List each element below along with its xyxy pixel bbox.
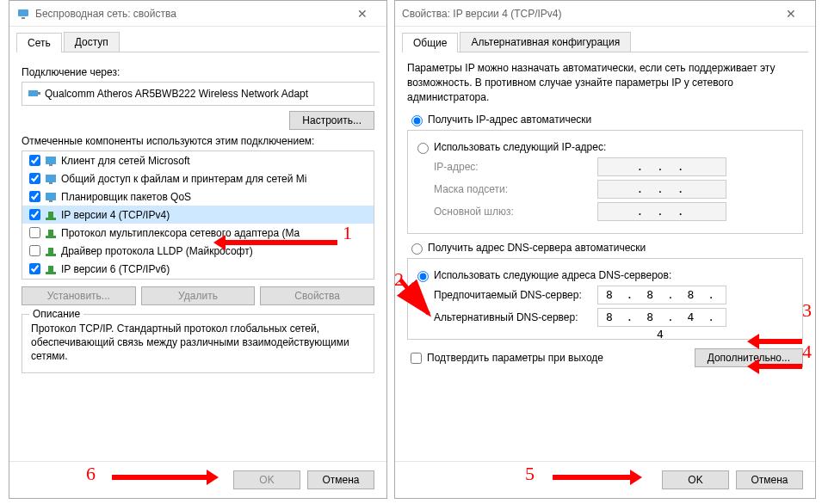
description-text: Протокол TCP/IP. Стандартный протокол гл…: [31, 322, 365, 364]
ip-address-label: IP-адрес:: [434, 161, 597, 173]
svg-rect-17: [48, 266, 53, 272]
component-row[interactable]: Драйвер протокола LLDP (Майкрософт): [22, 242, 374, 260]
remove-button[interactable]: Удалить: [141, 286, 256, 305]
component-label: Клиент для сетей Microsoft: [61, 155, 190, 167]
dns-manual-group: Использовать следующие адреса DNS-сервер…: [407, 258, 803, 340]
ip-manual-group: Использовать следующий IP-адрес: IP-адре…: [407, 130, 803, 234]
gateway-field: . . .: [597, 202, 726, 221]
network-adapter-icon: [16, 7, 30, 21]
window-title: Беспроводная сеть: свойства: [35, 8, 345, 20]
adapter-name: Qualcomm Atheros AR5BWB222 Wireless Netw…: [45, 88, 308, 100]
proto-icon: [44, 226, 58, 240]
proto-icon: [44, 244, 58, 258]
svg-rect-16: [46, 272, 56, 274]
dns-manual-radio[interactable]: [417, 271, 429, 282]
svg-rect-7: [49, 182, 53, 184]
ipv4-properties-window: Свойства: IP версии 4 (TCP/IPv4) ✕ Общие…: [394, 0, 816, 499]
ip-address-field: . . .: [597, 157, 726, 176]
ip-auto-label: Получить IP-адрес автоматически: [428, 114, 591, 126]
alt-dns-label: Альтернативный DNS-сервер:: [434, 311, 597, 323]
tab-strip: Общие Альтернативная конфигурация: [402, 32, 808, 52]
properties-button[interactable]: Свойства: [260, 286, 374, 305]
svg-rect-12: [46, 236, 56, 238]
component-row[interactable]: Общий доступ к файлам и принтерам для се…: [22, 169, 374, 187]
subnet-mask-label: Маска подсети:: [434, 183, 597, 195]
validate-label: Подтвердить параметры при выходе: [427, 352, 603, 364]
info-text: Параметры IP можно назначать автоматичес…: [407, 61, 803, 104]
component-checkbox[interactable]: [29, 263, 40, 274]
network-properties-window: Беспроводная сеть: свойства ✕ Сеть Досту…: [9, 0, 387, 499]
pref-dns-field[interactable]: 8 . 8 . 8 . 8: [597, 286, 726, 304]
ip-manual-radio[interactable]: [417, 143, 429, 154]
component-checkbox[interactable]: [29, 209, 40, 220]
pref-dns-label: Предпочитаемый DNS-сервер:: [434, 289, 597, 301]
client-icon: [44, 154, 58, 168]
svg-rect-8: [46, 193, 56, 200]
validate-checkbox[interactable]: [411, 353, 422, 364]
alt-dns-field[interactable]: 8 . 8 . 4 . 4: [597, 308, 726, 327]
close-icon[interactable]: ✕: [774, 7, 808, 21]
component-row[interactable]: Протокол мультиплексора сетевого адаптер…: [22, 224, 374, 242]
component-row[interactable]: IP версии 4 (TCP/IPv4): [22, 206, 374, 224]
qos-icon: [44, 190, 58, 204]
component-label: Планировщик пакетов QoS: [61, 191, 191, 203]
close-icon[interactable]: ✕: [345, 7, 380, 21]
dns-manual-label: Использовать следующие адреса DNS-сервер…: [434, 269, 671, 281]
svg-rect-1: [22, 17, 25, 19]
component-checkbox[interactable]: [29, 245, 40, 256]
svg-rect-6: [46, 175, 56, 182]
svg-rect-2: [28, 90, 38, 96]
component-label: Протокол мультиплексора сетевого адаптер…: [61, 227, 300, 239]
tab-network[interactable]: Сеть: [16, 33, 62, 52]
svg-rect-4: [46, 157, 56, 164]
titlebar[interactable]: Свойства: IP версии 4 (TCP/IPv4) ✕: [395, 1, 815, 27]
component-checkbox[interactable]: [29, 173, 40, 184]
component-checkbox[interactable]: [29, 191, 40, 202]
ip-manual-label: Использовать следующий IP-адрес:: [434, 141, 606, 153]
tab-general[interactable]: Общие: [402, 33, 458, 52]
ip-auto-radio[interactable]: [411, 115, 423, 126]
svg-rect-15: [48, 248, 53, 254]
svg-rect-11: [48, 212, 53, 218]
svg-rect-0: [18, 9, 28, 16]
component-row[interactable]: IP версии 6 (TCP/IPv6): [22, 260, 374, 278]
proto-icon: [44, 208, 58, 222]
titlebar[interactable]: Беспроводная сеть: свойства ✕: [9, 1, 386, 27]
cancel-button[interactable]: Отмена: [307, 470, 374, 489]
svg-rect-9: [49, 200, 53, 202]
ok-button[interactable]: OK: [662, 470, 729, 489]
components-label: Отмеченные компоненты используются этим …: [22, 135, 374, 147]
tab-access[interactable]: Доступ: [64, 32, 120, 52]
component-row[interactable]: Клиент для сетей Microsoft: [22, 151, 374, 169]
ok-button[interactable]: OK: [233, 470, 300, 489]
dns-auto-radio[interactable]: [411, 243, 423, 255]
svg-rect-14: [46, 254, 56, 256]
tab-strip: Сеть Доступ: [16, 32, 380, 52]
description-title: Описание: [29, 308, 83, 320]
proto-icon: [44, 262, 58, 276]
configure-button[interactable]: Настроить...: [289, 111, 374, 130]
window-title: Свойства: IP версии 4 (TCP/IPv4): [402, 8, 774, 20]
tab-alt-config[interactable]: Альтернативная конфигурация: [460, 32, 631, 52]
svg-rect-10: [46, 218, 56, 220]
component-checkbox[interactable]: [29, 227, 40, 238]
install-button[interactable]: Установить...: [22, 286, 136, 305]
adapter-field: Qualcomm Atheros AR5BWB222 Wireless Netw…: [22, 82, 374, 106]
component-checkbox[interactable]: [29, 155, 40, 166]
connect-via-label: Подключение через:: [22, 66, 374, 78]
component-list[interactable]: Клиент для сетей MicrosoftОбщий доступ к…: [22, 151, 374, 280]
component-label: IP версии 4 (TCP/IPv4): [61, 209, 170, 221]
ip-mode-group: Получить IP-адрес автоматически Использо…: [407, 113, 803, 234]
svg-rect-3: [38, 92, 40, 95]
component-label: Общий доступ к файлам и принтерам для се…: [61, 173, 306, 185]
advanced-button[interactable]: Дополнительно...: [695, 348, 803, 367]
component-row[interactable]: Планировщик пакетов QoS: [22, 187, 374, 206]
component-label: IP версии 6 (TCP/IPv6): [61, 263, 170, 275]
dns-auto-label: Получить адрес DNS-сервера автоматически: [428, 242, 646, 254]
description-group: Описание Протокол TCP/IP. Стандартный пр…: [22, 314, 374, 373]
gateway-label: Основной шлюз:: [434, 206, 597, 218]
svg-rect-5: [49, 164, 53, 166]
subnet-mask-field: . . .: [597, 180, 726, 199]
svg-rect-13: [48, 230, 53, 236]
cancel-button[interactable]: Отмена: [736, 470, 803, 489]
